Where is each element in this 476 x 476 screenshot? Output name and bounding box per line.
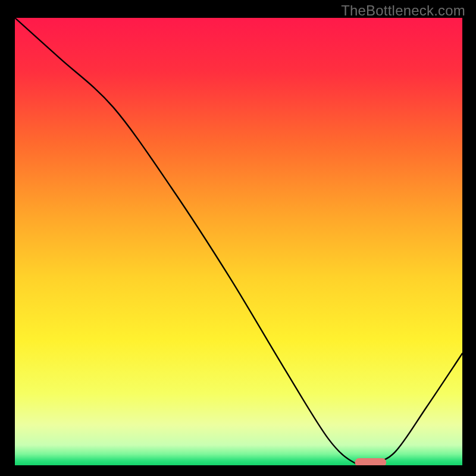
optimal-marker [355, 458, 387, 465]
gradient-background [15, 18, 462, 465]
chart-svg [15, 18, 462, 465]
chart-area [15, 18, 462, 465]
figure-container: TheBottleneck.com [0, 0, 476, 476]
watermark-text: TheBottleneck.com [341, 2, 465, 19]
